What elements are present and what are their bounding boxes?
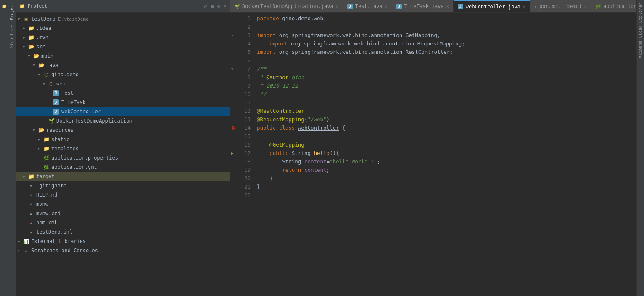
token-7-1: /** (257, 65, 267, 73)
label-templates: templates (51, 146, 79, 152)
token-4-1: import (269, 40, 291, 48)
code-line-5: import org.springframework.web.bind.anno… (257, 48, 636, 56)
tab-icon-docker: 🌱 (235, 4, 240, 9)
code-line-8: * @author gino (257, 73, 636, 82)
tree-item-mvnw-cmd[interactable]: ▶ ≡ mvnw.cmd (16, 209, 230, 218)
tree-item-help-md[interactable]: ▶ ≡ HELP.md (16, 190, 230, 200)
tree-item-resources[interactable]: ▼ 📂 resources (16, 125, 230, 135)
close-panel-icon[interactable]: × (224, 3, 227, 9)
label-gitignore: .gitignore (36, 183, 66, 189)
tree-item-pom-xml[interactable]: ▶ ✦ pom.xml (16, 218, 230, 227)
arrow-idea: ▶ (23, 26, 28, 30)
label-mvnw-cmd: mvnw.cmd (36, 211, 61, 216)
line-num-6: 6 (230, 56, 253, 65)
tab-close-test[interactable]: × (385, 4, 388, 9)
tree-item-webcontroller[interactable]: ▶ J webController (16, 107, 230, 116)
cloud-explorer-label[interactable]: Alibaba Cloud Explorer (637, 0, 644, 61)
code-line-14: public class webController { (257, 124, 636, 132)
tree-item-test-java[interactable]: ▶ J Test (16, 88, 230, 98)
tab-close-webcontroller[interactable]: × (523, 4, 525, 9)
token-14-1: public (257, 124, 279, 132)
label-help-md: HELP.md (36, 192, 58, 198)
tree-item-java-folder[interactable]: ▼ 📂 java (16, 61, 230, 70)
code-line-12: @RestController (257, 107, 636, 115)
tab-close-pomxml[interactable]: × (584, 4, 587, 9)
sidebar-icons-strip: 📁 (0, 0, 8, 296)
tree-item-main[interactable]: ▼ 📂 main (16, 51, 230, 61)
fold-marker-7[interactable]: ▼ (231, 67, 233, 71)
icon-test-java: J (53, 90, 59, 96)
icon-gitignore: ≡ (28, 182, 34, 189)
tree-item-mvnw[interactable]: ▶ ≡ mvnw (16, 200, 230, 209)
fold-marker-3[interactable]: ▼ (231, 33, 233, 37)
tab-docker[interactable]: 🌱 DockerTestDemoApplication.java × (230, 0, 343, 12)
tree-item-mvn[interactable]: ▶ 📁 .mvn (16, 33, 230, 42)
tree-item-timetask-java[interactable]: ▶ J TimeTask (16, 98, 230, 107)
arrow-java-folder: ▼ (33, 63, 38, 67)
code-editor[interactable]: package gino.demo.web; import org.spring… (253, 13, 636, 296)
token-14-3: webController (298, 124, 339, 132)
tree-item-gitignore[interactable]: ▶ ≡ .gitignore (16, 181, 230, 190)
code-line-10: */ (257, 90, 636, 99)
tree-item-external-libs[interactable]: ▶ 📊 External Libraries (16, 237, 230, 246)
token-8-2: @author (267, 73, 289, 82)
tab-appyml[interactable]: 🌿 application.yml × (591, 0, 636, 12)
file-tree: ▼ ▣ testDemo E:\testDemo ▶ 📁 .idea ▶ 📁 .… (16, 13, 230, 296)
tree-item-static[interactable]: ▶ 📁 static (16, 135, 230, 144)
tree-item-idea[interactable]: ▶ 📁 .idea (16, 24, 230, 33)
code-line-9: * 2020-12-22 (257, 82, 636, 90)
structure-panel-label[interactable]: Structure (8, 23, 16, 51)
tab-close-docker[interactable]: × (336, 4, 338, 9)
line-num-22: 22 (230, 191, 253, 200)
token-10-1: */ (257, 90, 267, 99)
tree-item-gino-demo[interactable]: ▼ ⬡ gino.demo (16, 70, 230, 79)
token-19-1: return (257, 166, 304, 174)
line-num-3: ▼3 (230, 31, 253, 40)
tab-webcontroller[interactable]: J webController.java × (454, 0, 530, 12)
arrow-templates: ▶ (38, 147, 43, 151)
token-12-1: @RestController (257, 107, 304, 115)
settings-icon[interactable]: ⚙ (217, 3, 220, 9)
arrow-scratches: ▶ (18, 248, 23, 253)
project-icon[interactable]: 📁 (0, 2, 8, 10)
tree-item-app-yml[interactable]: ▶ 🌿 application.yml (16, 163, 230, 172)
tree-item-testdemo-iml[interactable]: ▶ ✦ testDemo.iml (16, 227, 230, 237)
line4-indent (257, 40, 267, 48)
tree-item-templates[interactable]: ▶ 📁 templates (16, 144, 230, 153)
tab-test[interactable]: J Test.java × (343, 0, 392, 12)
code-line-7: /** (257, 65, 636, 73)
token-17-3: hello (314, 149, 330, 157)
tab-close-timetask[interactable]: × (446, 4, 449, 9)
locate-icon[interactable]: ◎ (204, 3, 207, 9)
code-line-21: } (257, 183, 636, 191)
line-num-15: 15 (230, 132, 253, 141)
code-line-20: } (257, 174, 636, 183)
line-num-20: 20 (230, 174, 253, 183)
line-num-9: 9 (230, 82, 253, 90)
collapse-icon[interactable]: ≡ (211, 3, 214, 9)
tree-item-web[interactable]: ▼ ⬡ web (16, 79, 230, 88)
tab-label-timetask: TimeTask.java (404, 3, 444, 9)
arrow-target: ▶ (23, 174, 28, 179)
label-scratches: Scratches and Consoles (31, 248, 98, 253)
tree-item-testdemo[interactable]: ▼ ▣ testDemo E:\testDemo (16, 14, 230, 24)
file-tree-panel: 📁 Project ◎ ≡ ⚙ × ▼ ▣ testDemo E:\testDe… (16, 0, 230, 296)
tab-timetask[interactable]: J TimeTask.java × (392, 0, 454, 12)
bean-gutter-icon[interactable]: 🫘 (231, 126, 236, 130)
tree-item-target[interactable]: ▶ 📁 target (16, 172, 230, 181)
method-gutter-icon[interactable]: ▶ (231, 151, 233, 155)
tree-item-app-props[interactable]: ▶ 🌿 application.properties (16, 153, 230, 163)
token-3-3: ; (437, 31, 441, 40)
tree-item-docker-app[interactable]: ▶ 🌱 DockerTestDemoApplication (16, 116, 230, 125)
label-gino-demo: gino.demo (51, 72, 79, 77)
cloud-explorer-panel[interactable]: Alibaba Cloud Explorer (636, 0, 644, 296)
code-line-17: public String hello(){ (257, 149, 636, 157)
token-3-2: org.springframework.web.bind.annotation.… (279, 31, 437, 40)
tab-pomxml[interactable]: ✦ pom.xml (demo) × (530, 0, 591, 12)
token-17-2: String (292, 149, 314, 157)
label-main: main (41, 53, 53, 59)
project-panel-label[interactable]: Project (8, 0, 16, 23)
icon-docker-app: 🌱 (48, 117, 55, 124)
tree-item-scratches[interactable]: ▶ ✏ Scratches and Consoles (16, 246, 230, 255)
tree-item-src[interactable]: ▼ 📂 src (16, 42, 230, 51)
